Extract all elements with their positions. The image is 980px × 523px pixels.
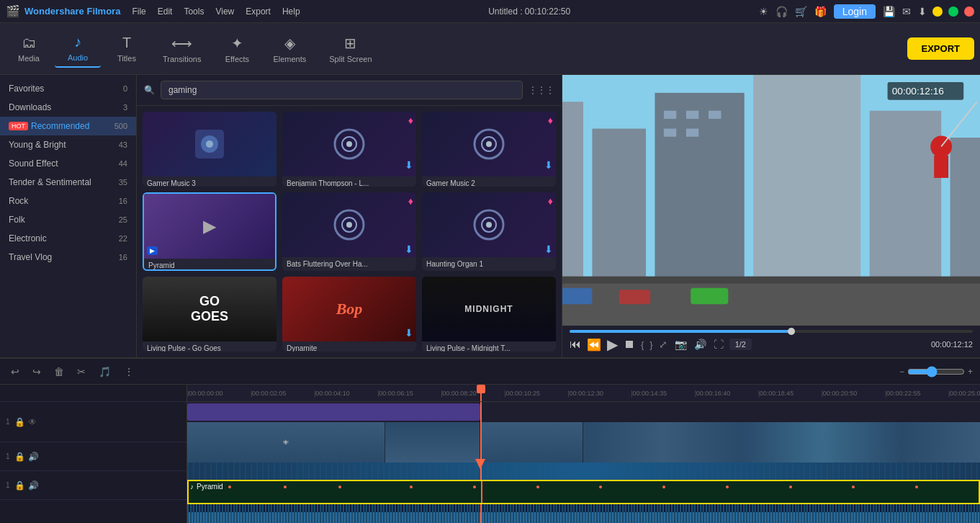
lock-icon[interactable]: 🔒: [14, 417, 25, 427]
tool-effects[interactable]: ✦ Effects: [214, 30, 260, 68]
purple-clip[interactable]: [187, 403, 480, 421]
mail-icon[interactable]: ✉: [902, 6, 911, 17]
headphones-icon[interactable]: 🎧: [776, 6, 788, 17]
close-button[interactable]: [964, 6, 974, 17]
track-labels: 1 🔒 👁 1 🔒 🔊 1 🔒 🔊: [0, 385, 187, 523]
audio-wave-track[interactable]: [187, 462, 980, 480]
playhead[interactable]: [480, 385, 482, 401]
sidebar-item-sound-effect[interactable]: Sound Effect 44: [0, 154, 136, 173]
sidebar-item-rock[interactable]: Rock 16: [0, 192, 136, 210]
step-back-button[interactable]: ⏪: [587, 338, 601, 352]
gift-icon[interactable]: 🎁: [814, 6, 827, 17]
audio-card-gamer-music-3[interactable]: Gamer Music 3: [143, 112, 277, 187]
beat-5: [473, 486, 476, 488]
audio-card-bats[interactable]: ♦ Bats Fluttering Over Ha... ⬇: [282, 192, 416, 270]
playhead-music: [481, 481, 482, 503]
zoom-out-icon[interactable]: −: [899, 367, 904, 377]
music-track-pyramid[interactable]: ♪ Pyramid: [187, 480, 980, 504]
camera-icon[interactable]: 📷: [675, 339, 687, 350]
search-icon: 🔍: [144, 85, 155, 95]
audio-card-haunting[interactable]: ♦ Haunting Organ 1 ⬇: [422, 192, 556, 270]
fullscreen-icon[interactable]: ⤢: [659, 339, 667, 350]
sidebar-item-folk[interactable]: Folk 25: [0, 210, 136, 229]
download-audio-icon[interactable]: ⬇: [405, 159, 413, 171]
progress-bar[interactable]: [570, 330, 973, 333]
tool-media[interactable]: 🗂 Media: [6, 30, 52, 67]
audio-card-pyramid[interactable]: ▶ ▶ Pyramid: [143, 192, 277, 270]
menu-export[interactable]: Export: [246, 6, 271, 17]
maximize-button[interactable]: [948, 6, 958, 17]
audio-wave-bottom[interactable]: [187, 504, 980, 523]
lock3-icon[interactable]: 🔒: [14, 480, 25, 491]
video-track[interactable]: ▶ Marvel SpiderMan 🕷: [187, 422, 980, 462]
settings-icon[interactable]: ⛶: [714, 339, 724, 350]
audio-card-benjamin[interactable]: ♦ Benjamin Thompson - L... ⬇: [282, 112, 416, 187]
tool-split-screen[interactable]: ⊞ Split Screen: [319, 30, 382, 68]
bracket-right[interactable]: }: [649, 339, 652, 350]
menu-edit[interactable]: Edit: [158, 6, 173, 17]
zoom-control: − +: [899, 366, 973, 377]
menu-help[interactable]: Help: [282, 6, 300, 17]
volume2-icon[interactable]: 🔊: [28, 452, 39, 462]
download2-icon[interactable]: ⬇: [544, 159, 553, 171]
tool-audio[interactable]: ♪ Audio: [55, 30, 101, 68]
volume3-icon[interactable]: 🔊: [28, 480, 39, 491]
menu-view[interactable]: View: [215, 6, 234, 17]
sun-icon[interactable]: ☀: [759, 6, 768, 17]
eye-icon[interactable]: 👁: [28, 417, 37, 427]
bracket-left[interactable]: {: [641, 339, 644, 350]
svg-rect-36: [562, 288, 592, 304]
more-button[interactable]: ⋮: [120, 364, 138, 380]
track1-number: 1: [6, 418, 10, 426]
audio-settings-button[interactable]: 🎵: [95, 364, 114, 380]
badge4-icon: ♦: [548, 195, 553, 207]
menu-file[interactable]: File: [132, 6, 145, 17]
grid-view-icon[interactable]: ⋮⋮⋮: [529, 85, 554, 95]
redo-button[interactable]: ↪: [29, 364, 45, 380]
minimize-button[interactable]: [932, 6, 943, 17]
tool-titles[interactable]: T Titles: [104, 30, 150, 67]
stop-button[interactable]: ⏹: [624, 338, 635, 351]
sidebar-item-downloads[interactable]: Downloads 3: [0, 98, 136, 117]
sidebar-item-favorites[interactable]: Favorites 0: [0, 79, 136, 98]
lock2-icon[interactable]: 🔒: [14, 452, 25, 462]
download3-icon[interactable]: ⬇: [405, 243, 413, 255]
track3-number: 1: [6, 481, 10, 489]
search-input[interactable]: [161, 81, 523, 99]
rock-label: Rock: [9, 196, 119, 206]
ruler-10: 00:00:20:50: [822, 385, 858, 401]
tool-transitions[interactable]: ⟷ Transitions: [153, 30, 211, 68]
cut-button[interactable]: ✂: [73, 364, 89, 380]
sidebar-item-travel-vlog[interactable]: Travel Vlog 16: [0, 248, 136, 267]
zoom-in-icon[interactable]: +: [968, 367, 973, 377]
play-button[interactable]: ▶: [607, 336, 618, 353]
skip-back-button[interactable]: ⏮: [570, 338, 581, 351]
audio-card-living-goes[interactable]: GOGOES Living Pulse - Go Goes: [143, 277, 277, 352]
sidebar-item-tender[interactable]: Tender & Sentimental 35: [0, 173, 136, 192]
tool-elements[interactable]: ◈ Elements: [263, 30, 316, 68]
menu-tools[interactable]: Tools: [184, 6, 204, 17]
sidebar-item-electronic[interactable]: Electronic 22: [0, 229, 136, 248]
sidebar-item-recommended[interactable]: HOT Recommended 500: [0, 117, 136, 135]
download4-icon[interactable]: ⬇: [544, 243, 553, 255]
volume-icon[interactable]: 🔊: [694, 339, 706, 350]
audio-card-gamer-music-2[interactable]: ♦ Gamer Music 2 ⬇: [422, 112, 556, 187]
ruler-0: 00:00:00:00: [187, 385, 223, 401]
audio-card-midnight[interactable]: MIDNIGHT Living Pulse - Midnight T...: [422, 277, 556, 352]
electronic-label: Electronic: [9, 233, 119, 243]
save-icon[interactable]: 💾: [883, 6, 895, 17]
preview-video: 00:00:12:16: [562, 75, 980, 326]
download-icon[interactable]: ⬇: [918, 6, 927, 17]
downloads-count: 3: [123, 103, 127, 112]
undo-button[interactable]: ↩: [7, 364, 23, 380]
cart-icon[interactable]: 🛒: [795, 6, 807, 17]
page-indicator[interactable]: 1/2: [729, 339, 752, 350]
audio-card-dynamite[interactable]: Bop ⬇ Dynamite: [282, 277, 416, 352]
export-button[interactable]: EXPORT: [907, 37, 974, 60]
sidebar-item-young-bright[interactable]: Young & Bright 43: [0, 135, 136, 154]
dynamite-title: Dynamite: [282, 341, 416, 352]
zoom-slider[interactable]: [907, 366, 965, 377]
login-button[interactable]: Login: [834, 4, 876, 19]
delete-button[interactable]: 🗑: [50, 364, 68, 380]
svg-point-5: [346, 141, 352, 147]
